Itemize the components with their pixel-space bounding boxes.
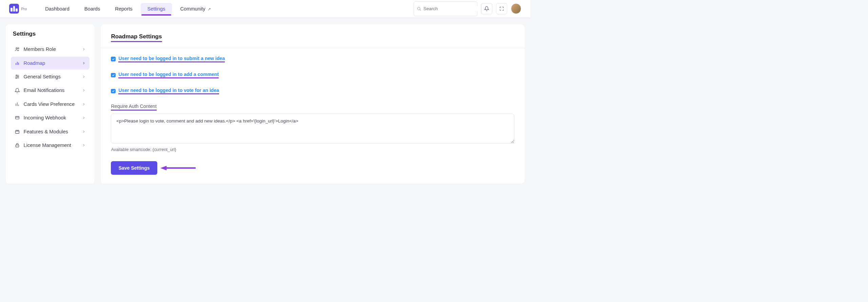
svg-point-3 xyxy=(18,48,19,49)
svg-rect-16 xyxy=(15,116,19,119)
search-icon xyxy=(417,6,421,11)
check-icon xyxy=(112,90,115,93)
svg-rect-19 xyxy=(16,145,19,147)
save-row: Save Settings xyxy=(111,161,514,175)
sidebar-item-roadmap[interactable]: Roadmap xyxy=(11,57,90,70)
svg-line-1 xyxy=(420,10,421,11)
main: Settings Members Role Roadmap General Se… xyxy=(0,18,530,185)
users-icon xyxy=(15,46,20,52)
chevron-right-icon xyxy=(82,143,86,147)
sidebar-item-label: Members Role xyxy=(24,46,56,52)
check-row-comment: User need to be logged in to add a comme… xyxy=(111,72,514,78)
sidebar-item-label: Features & Modules xyxy=(24,129,68,134)
sidebar-item-label: License Management xyxy=(24,143,71,148)
checkbox-submit[interactable] xyxy=(111,57,115,61)
check-label-vote[interactable]: User need to be logged in to vote for an… xyxy=(118,88,219,94)
sidebar-item-license[interactable]: License Management xyxy=(11,139,90,152)
divider xyxy=(101,48,525,48)
chart-icon xyxy=(15,60,20,66)
svg-marker-21 xyxy=(160,166,166,170)
bell-icon xyxy=(484,6,489,11)
sidebar-item-email[interactable]: Email Notifications xyxy=(11,84,90,97)
chevron-right-icon xyxy=(82,47,86,51)
auth-content-textarea[interactable] xyxy=(111,114,514,144)
check-row-submit: User need to be logged in to submit a ne… xyxy=(111,56,514,62)
sidebar-item-label: Incoming Webhook xyxy=(24,115,66,120)
brand-tag: Pro xyxy=(21,7,27,11)
auth-content-label: Require Auth Content xyxy=(111,103,156,110)
nav-reports[interactable]: Reports xyxy=(108,3,139,14)
search-box[interactable]: ⌘ k xyxy=(414,1,477,16)
bell-icon xyxy=(15,88,20,93)
brand-logo-icon xyxy=(9,4,19,14)
annotation-arrow-icon xyxy=(160,165,196,171)
sidebar-item-label: Email Notifications xyxy=(24,88,65,93)
checkbox-comment[interactable] xyxy=(111,73,115,77)
nav-dashboard[interactable]: Dashboard xyxy=(39,3,76,14)
helper-text: Available smartcode: {current_url} xyxy=(111,147,514,152)
sidebar-item-cards[interactable]: Cards View Preference xyxy=(11,98,90,111)
expand-icon xyxy=(499,6,504,11)
fullscreen-button[interactable] xyxy=(496,3,507,14)
avatar[interactable] xyxy=(511,3,521,14)
brand[interactable]: Pro xyxy=(9,4,27,14)
check-icon xyxy=(112,74,115,77)
chevron-right-icon xyxy=(82,102,86,106)
sidebar-item-members[interactable]: Members Role xyxy=(11,43,90,56)
page-title: Roadmap Settings xyxy=(111,33,162,42)
notifications-button[interactable] xyxy=(481,3,492,14)
checkbox-vote[interactable] xyxy=(111,89,115,93)
webhook-icon xyxy=(15,115,20,120)
nav-boards[interactable]: Boards xyxy=(78,3,107,14)
search-input[interactable] xyxy=(423,6,481,11)
svg-point-10 xyxy=(16,75,17,76)
sidebar-item-label: Roadmap xyxy=(24,60,45,66)
topbar: Pro Dashboard Boards Reports Settings Co… xyxy=(0,0,530,18)
svg-point-2 xyxy=(16,48,17,49)
topbar-right: ⌘ k xyxy=(414,1,521,16)
nav-community-label: Community xyxy=(180,6,205,12)
chevron-right-icon xyxy=(82,116,86,120)
check-label-submit[interactable]: User need to be logged in to submit a ne… xyxy=(118,56,225,62)
sidebar: Settings Members Role Roadmap General Se… xyxy=(6,24,95,184)
sidebar-item-general[interactable]: General Settings xyxy=(11,70,90,83)
lock-icon xyxy=(15,143,20,148)
check-label-comment[interactable]: User need to be logged in to add a comme… xyxy=(118,72,219,78)
sidebar-item-webhook[interactable]: Incoming Webhook xyxy=(11,111,90,124)
main-nav: Dashboard Boards Reports Settings Commun… xyxy=(39,3,218,14)
save-settings-button[interactable]: Save Settings xyxy=(111,161,157,175)
package-icon xyxy=(15,129,20,134)
nav-community[interactable]: Community ↗ xyxy=(174,3,218,14)
content-panel: Roadmap Settings User need to be logged … xyxy=(101,24,525,184)
sidebar-item-label: Cards View Preference xyxy=(24,101,75,107)
svg-point-12 xyxy=(16,78,17,79)
chevron-right-icon xyxy=(82,130,86,134)
svg-point-11 xyxy=(17,76,18,77)
chevron-right-icon xyxy=(82,75,86,79)
sidebar-item-label: General Settings xyxy=(24,74,61,79)
svg-point-0 xyxy=(417,7,420,10)
nav-settings[interactable]: Settings xyxy=(141,3,172,14)
sidebar-title: Settings xyxy=(11,31,90,37)
sliders-icon xyxy=(15,74,20,79)
auth-content-section: Require Auth Content Available smartcode… xyxy=(111,103,514,152)
chevron-right-icon xyxy=(82,88,86,92)
chevron-right-icon xyxy=(82,61,86,65)
external-link-icon: ↗ xyxy=(208,7,211,12)
bar-chart-icon xyxy=(15,101,20,107)
check-icon xyxy=(112,58,115,61)
sidebar-item-features[interactable]: Features & Modules xyxy=(11,125,90,138)
check-row-vote: User need to be logged in to vote for an… xyxy=(111,88,514,94)
